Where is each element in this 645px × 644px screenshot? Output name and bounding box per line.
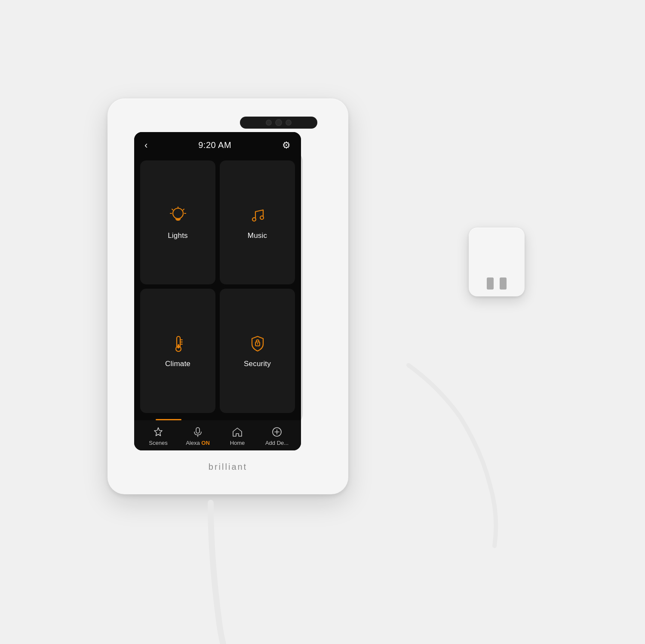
- nav-alexa[interactable]: Alexa ON: [182, 426, 213, 446]
- svg-point-16: [257, 343, 258, 345]
- nav-scenes[interactable]: Scenes: [143, 426, 174, 446]
- settings-button[interactable]: ⚙: [282, 140, 291, 151]
- music-label: Music: [248, 231, 267, 240]
- add-device-label: Add De...: [265, 440, 289, 446]
- svg-rect-14: [178, 344, 179, 348]
- tile-lights[interactable]: Lights: [140, 160, 215, 285]
- plug-prong-right: [500, 277, 507, 290]
- climate-label: Climate: [165, 360, 190, 368]
- nav-home[interactable]: Home: [222, 426, 253, 446]
- svg-point-0: [173, 208, 183, 219]
- home-label: Home: [230, 440, 245, 446]
- scene: ‹ 9:20 AM ⚙: [86, 64, 559, 580]
- star-icon: [153, 426, 164, 438]
- alexa-on-badge: ON: [201, 440, 210, 446]
- tile-music[interactable]: Music: [220, 160, 295, 285]
- home-icon: [232, 426, 243, 438]
- screen-header: ‹ 9:20 AM ⚙: [134, 132, 301, 156]
- camera-bar: [240, 117, 317, 129]
- indicator-line: [134, 419, 301, 420]
- music-icon: [247, 205, 268, 226]
- back-button[interactable]: ‹: [144, 140, 147, 151]
- svg-rect-17: [196, 428, 200, 433]
- wall-plate: ‹ 9:20 AM ⚙: [108, 99, 348, 494]
- shield-icon: [247, 333, 268, 354]
- plug-prong-left: [487, 277, 494, 290]
- bulb-icon: [167, 205, 189, 226]
- scenes-label: Scenes: [149, 440, 167, 446]
- plug-prongs: [487, 277, 507, 290]
- tile-climate[interactable]: Climate: [140, 289, 215, 413]
- brand-text: brilliant: [209, 462, 247, 472]
- camera-lens-2: [275, 119, 282, 126]
- thermometer-icon: [167, 333, 189, 354]
- svg-line-2: [183, 209, 184, 210]
- nav-add-device[interactable]: Add De...: [261, 426, 292, 446]
- tile-security[interactable]: Security: [220, 289, 295, 413]
- home-grid: Lights Music: [134, 156, 301, 419]
- svg-point-7: [252, 218, 256, 221]
- camera-lens-1: [266, 120, 272, 126]
- svg-line-3: [172, 209, 173, 210]
- alexa-label: Alexa ON: [186, 440, 210, 446]
- security-label: Security: [244, 360, 271, 368]
- time-display: 9:20 AM: [198, 140, 231, 150]
- lights-label: Lights: [168, 231, 188, 240]
- svg-point-8: [260, 216, 264, 219]
- bottom-nav: Scenes Alexa ON Home: [134, 420, 301, 450]
- touch-screen: ‹ 9:20 AM ⚙: [134, 132, 301, 450]
- plug-body: [469, 228, 525, 296]
- plus-circle-icon: [271, 426, 283, 438]
- camera-lens-3: [286, 120, 292, 126]
- plug-adapter: [469, 228, 525, 296]
- mic-icon: [192, 426, 203, 438]
